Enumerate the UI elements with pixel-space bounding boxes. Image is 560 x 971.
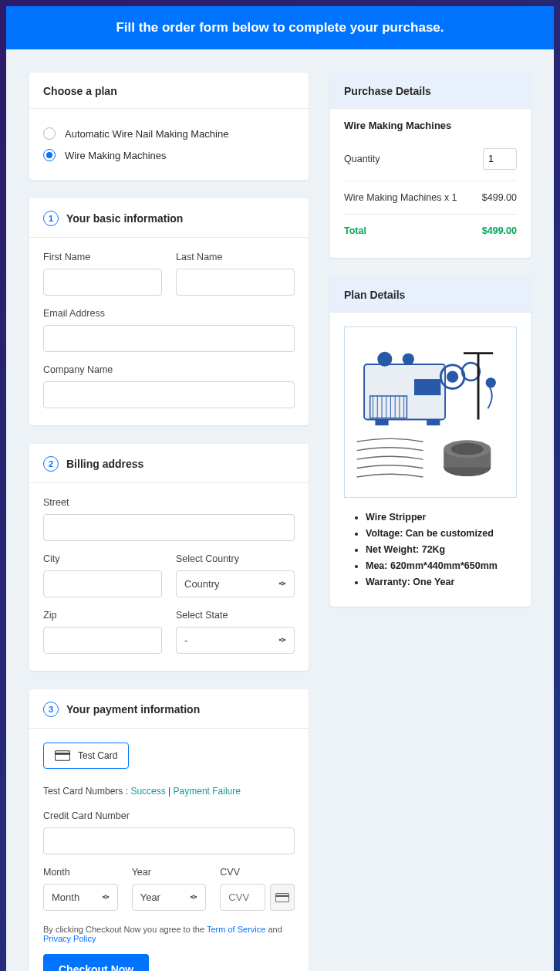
list-item: Voltage: Can be customized — [366, 528, 517, 539]
city-input[interactable] — [43, 570, 162, 597]
radio-icon — [43, 149, 56, 161]
plan-option-0[interactable]: Automatic Wire Nail Making Machine — [43, 123, 295, 144]
cvv-card-icon — [270, 884, 295, 911]
plan-option-1[interactable]: Wire Making Machines — [43, 144, 295, 166]
terms-text: By clicking Checkout Now you agree to th… — [43, 925, 295, 943]
plan-option-label: Automatic Wire Nail Making Machine — [65, 128, 228, 140]
svg-rect-17 — [414, 379, 440, 395]
svg-rect-0 — [55, 751, 69, 761]
svg-rect-2 — [275, 893, 288, 902]
svg-point-15 — [377, 352, 392, 367]
company-input[interactable] — [43, 381, 295, 408]
privacy-link[interactable]: Privacy Policy — [43, 934, 96, 943]
page-banner: Fill the order form below to complete yo… — [6, 6, 554, 49]
billing-title: Billing address — [66, 458, 143, 470]
country-label: Select Country — [176, 553, 295, 564]
test-card-label: Test Card — [78, 750, 117, 761]
success-link[interactable]: Success — [130, 786, 165, 797]
radio-icon — [43, 127, 56, 140]
quantity-input[interactable] — [483, 148, 517, 170]
failure-link[interactable]: Payment Failure — [174, 786, 241, 797]
cvv-label: CVV — [220, 867, 295, 878]
plan-option-label: Wire Making Machines — [65, 150, 167, 161]
purchase-details-card: Purchase Details Wire Making Machines Qu… — [330, 73, 531, 258]
last-name-label: Last Name — [176, 252, 295, 262]
svg-point-29 — [451, 443, 484, 455]
state-select[interactable]: - — [176, 627, 295, 654]
city-label: City — [43, 553, 162, 564]
line-item-label: Wire Making Machines x 1 — [344, 192, 457, 203]
street-label: Street — [43, 497, 295, 508]
svg-rect-25 — [427, 420, 440, 426]
email-input[interactable] — [43, 325, 295, 352]
test-card-help: Test Card Numbers : Success | Payment Fa… — [43, 786, 295, 797]
basic-info-card: 1 Your basic information First Name Last… — [29, 198, 309, 425]
plan-feature-list: Wire Stripper Voltage: Can be customized… — [344, 512, 517, 587]
step-number-icon: 3 — [43, 702, 59, 717]
purchase-title: Purchase Details — [344, 85, 517, 97]
company-label: Company Name — [43, 364, 295, 375]
machine-illustration-icon — [349, 335, 511, 489]
plan-details-card: Plan Details — [330, 276, 531, 607]
checkout-button[interactable]: Checkout Now — [43, 954, 149, 971]
zip-label: Zip — [43, 610, 162, 621]
product-image — [344, 326, 517, 498]
line-item-price: $499.00 — [482, 192, 517, 203]
test-card-badge[interactable]: Test Card — [43, 743, 129, 769]
step-number-icon: 1 — [43, 211, 59, 226]
total-value: $499.00 — [482, 225, 517, 236]
step-number-icon: 2 — [43, 456, 59, 472]
svg-rect-3 — [275, 895, 289, 896]
credit-card-icon — [55, 750, 70, 761]
list-item: Mea: 620mm*440mm*650mm — [366, 560, 517, 571]
email-label: Email Address — [43, 308, 295, 319]
year-select[interactable]: Year — [132, 884, 207, 911]
plan-card: Choose a plan Automatic Wire Nail Making… — [29, 73, 309, 180]
first-name-label: First Name — [43, 252, 162, 262]
svg-point-19 — [447, 371, 458, 383]
svg-rect-24 — [375, 420, 388, 426]
total-label: Total — [344, 225, 366, 236]
first-name-input[interactable] — [43, 269, 162, 296]
cc-input[interactable] — [43, 827, 295, 854]
banner-text: Fill the order form below to complete yo… — [116, 20, 444, 35]
billing-card: 2 Billing address Street City — [29, 444, 309, 671]
plan-title: Choose a plan — [43, 85, 295, 97]
last-name-input[interactable] — [176, 269, 295, 296]
svg-rect-1 — [55, 753, 70, 755]
list-item: Net Weight: 72Kg — [366, 544, 517, 555]
terms-link[interactable]: Term of Service — [207, 925, 265, 934]
list-item: Warranty: One Year — [366, 577, 517, 587]
quantity-label: Quantity — [344, 154, 380, 164]
plan-details-title: Plan Details — [344, 289, 517, 301]
basic-info-title: Your basic information — [66, 212, 183, 225]
payment-card: 3 Your payment information Test Card Tes… — [29, 689, 309, 971]
purchase-product-name: Wire Making Machines — [344, 120, 517, 137]
cvv-input[interactable] — [220, 884, 265, 911]
svg-point-20 — [462, 363, 480, 381]
cc-label: Credit Card Number — [43, 810, 295, 821]
month-select[interactable]: Month — [43, 884, 118, 911]
country-select[interactable]: Country — [176, 570, 295, 597]
year-label: Year — [132, 867, 207, 878]
month-label: Month — [43, 867, 118, 878]
payment-title: Your payment information — [66, 703, 200, 716]
list-item: Wire Stripper — [366, 512, 517, 523]
zip-input[interactable] — [43, 627, 162, 654]
state-label: Select State — [176, 610, 295, 621]
svg-point-16 — [403, 354, 414, 365]
street-input[interactable] — [43, 514, 295, 541]
